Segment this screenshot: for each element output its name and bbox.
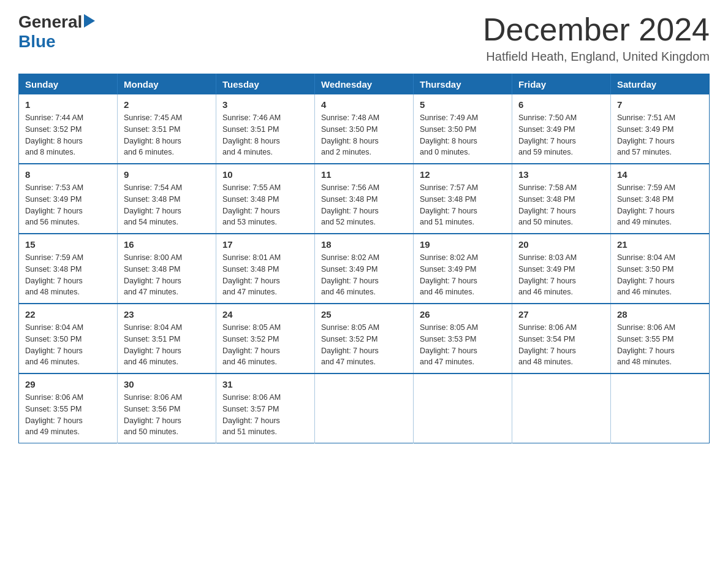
header-thursday: Thursday <box>414 74 512 95</box>
calendar-cell: 27Sunrise: 8:06 AMSunset: 3:54 PMDayligh… <box>512 304 611 373</box>
week-row-2: 8Sunrise: 7:53 AMSunset: 3:49 PMDaylight… <box>19 164 710 234</box>
day-number: 4 <box>321 99 407 110</box>
day-number: 31 <box>222 379 308 389</box>
page-header: GeneralBlue December 2024 Hatfield Heath… <box>18 12 710 64</box>
day-number: 22 <box>25 309 111 320</box>
day-info: Sunrise: 8:05 AMSunset: 3:52 PMDaylight:… <box>321 322 407 368</box>
logo-triangle-icon <box>84 14 95 30</box>
day-info: Sunrise: 7:53 AMSunset: 3:49 PMDaylight:… <box>25 182 111 228</box>
calendar-cell: 9Sunrise: 7:54 AMSunset: 3:48 PMDaylight… <box>118 164 216 234</box>
day-number: 21 <box>617 239 703 250</box>
calendar-cell: 18Sunrise: 8:02 AMSunset: 3:49 PMDayligh… <box>315 234 414 304</box>
day-number: 14 <box>617 169 703 180</box>
day-info: Sunrise: 8:05 AMSunset: 3:53 PMDaylight:… <box>420 322 506 368</box>
calendar-cell: 22Sunrise: 8:04 AMSunset: 3:50 PMDayligh… <box>19 304 118 373</box>
calendar-cell: 1Sunrise: 7:44 AMSunset: 3:52 PMDaylight… <box>19 94 118 164</box>
day-number: 24 <box>222 309 308 320</box>
calendar-cell: 7Sunrise: 7:51 AMSunset: 3:49 PMDaylight… <box>611 94 710 164</box>
week-row-3: 15Sunrise: 7:59 AMSunset: 3:48 PMDayligh… <box>19 234 710 304</box>
calendar-cell <box>512 373 611 443</box>
day-number: 18 <box>321 239 407 250</box>
day-number: 7 <box>617 99 703 110</box>
calendar-cell: 10Sunrise: 7:55 AMSunset: 3:48 PMDayligh… <box>216 164 315 234</box>
calendar-cell: 3Sunrise: 7:46 AMSunset: 3:51 PMDaylight… <box>216 94 315 164</box>
day-number: 15 <box>25 239 111 250</box>
logo-general-span: General <box>18 12 82 32</box>
calendar-cell: 31Sunrise: 8:06 AMSunset: 3:57 PMDayligh… <box>216 373 315 443</box>
day-info: Sunrise: 7:51 AMSunset: 3:49 PMDaylight:… <box>617 112 703 158</box>
day-info: Sunrise: 7:48 AMSunset: 3:50 PMDaylight:… <box>321 112 407 158</box>
day-info: Sunrise: 7:46 AMSunset: 3:51 PMDaylight:… <box>222 112 308 158</box>
day-info: Sunrise: 8:06 AMSunset: 3:56 PMDaylight:… <box>124 392 210 438</box>
header-sunday: Sunday <box>19 74 118 95</box>
calendar-cell: 14Sunrise: 7:59 AMSunset: 3:48 PMDayligh… <box>611 164 710 234</box>
day-number: 3 <box>222 99 308 110</box>
logo: GeneralBlue <box>18 12 95 52</box>
day-info: Sunrise: 7:58 AMSunset: 3:48 PMDaylight:… <box>518 182 604 228</box>
day-info: Sunrise: 8:04 AMSunset: 3:51 PMDaylight:… <box>124 322 210 368</box>
calendar-cell: 16Sunrise: 8:00 AMSunset: 3:48 PMDayligh… <box>118 234 216 304</box>
calendar-cell <box>414 373 512 443</box>
calendar-cell: 29Sunrise: 8:06 AMSunset: 3:55 PMDayligh… <box>19 373 118 443</box>
day-number: 9 <box>124 169 210 180</box>
day-info: Sunrise: 8:04 AMSunset: 3:50 PMDaylight:… <box>25 322 111 368</box>
day-number: 26 <box>420 309 506 320</box>
calendar-cell: 20Sunrise: 8:03 AMSunset: 3:49 PMDayligh… <box>512 234 611 304</box>
day-number: 5 <box>420 99 506 110</box>
day-info: Sunrise: 8:02 AMSunset: 3:49 PMDaylight:… <box>321 252 407 298</box>
day-number: 13 <box>518 169 604 180</box>
day-number: 12 <box>420 169 506 180</box>
header-tuesday: Tuesday <box>216 74 315 95</box>
day-info: Sunrise: 7:55 AMSunset: 3:48 PMDaylight:… <box>222 182 308 228</box>
day-info: Sunrise: 7:54 AMSunset: 3:48 PMDaylight:… <box>124 182 210 228</box>
day-number: 23 <box>124 309 210 320</box>
day-info: Sunrise: 8:06 AMSunset: 3:55 PMDaylight:… <box>25 392 111 438</box>
calendar-cell: 11Sunrise: 7:56 AMSunset: 3:48 PMDayligh… <box>315 164 414 234</box>
calendar-body: 1Sunrise: 7:44 AMSunset: 3:52 PMDaylight… <box>19 94 710 443</box>
calendar-cell: 6Sunrise: 7:50 AMSunset: 3:49 PMDaylight… <box>512 94 611 164</box>
day-number: 11 <box>321 169 407 180</box>
day-number: 19 <box>420 239 506 250</box>
day-number: 17 <box>222 239 308 250</box>
day-number: 2 <box>124 99 210 110</box>
day-info: Sunrise: 7:49 AMSunset: 3:50 PMDaylight:… <box>420 112 506 158</box>
header-friday: Friday <box>512 74 611 95</box>
calendar-cell: 30Sunrise: 8:06 AMSunset: 3:56 PMDayligh… <box>118 373 216 443</box>
calendar-cell: 8Sunrise: 7:53 AMSunset: 3:49 PMDaylight… <box>19 164 118 234</box>
header-saturday: Saturday <box>611 74 710 95</box>
header-wednesday: Wednesday <box>315 74 414 95</box>
day-number: 29 <box>25 379 111 389</box>
day-number: 25 <box>321 309 407 320</box>
day-info: Sunrise: 8:04 AMSunset: 3:50 PMDaylight:… <box>617 252 703 298</box>
calendar-cell: 19Sunrise: 8:02 AMSunset: 3:49 PMDayligh… <box>414 234 512 304</box>
day-info: Sunrise: 7:50 AMSunset: 3:49 PMDaylight:… <box>518 112 604 158</box>
calendar-cell: 24Sunrise: 8:05 AMSunset: 3:52 PMDayligh… <box>216 304 315 373</box>
day-number: 6 <box>518 99 604 110</box>
header-row: Sunday Monday Tuesday Wednesday Thursday… <box>19 74 710 95</box>
calendar-cell: 15Sunrise: 7:59 AMSunset: 3:48 PMDayligh… <box>19 234 118 304</box>
day-number: 8 <box>25 169 111 180</box>
day-info: Sunrise: 7:45 AMSunset: 3:51 PMDaylight:… <box>124 112 210 158</box>
calendar-cell: 26Sunrise: 8:05 AMSunset: 3:53 PMDayligh… <box>414 304 512 373</box>
day-info: Sunrise: 8:02 AMSunset: 3:49 PMDaylight:… <box>420 252 506 298</box>
day-number: 16 <box>124 239 210 250</box>
calendar-cell: 2Sunrise: 7:45 AMSunset: 3:51 PMDaylight… <box>118 94 216 164</box>
calendar-table: Sunday Monday Tuesday Wednesday Thursday… <box>18 74 710 443</box>
calendar-cell: 17Sunrise: 8:01 AMSunset: 3:48 PMDayligh… <box>216 234 315 304</box>
day-info: Sunrise: 8:05 AMSunset: 3:52 PMDaylight:… <box>222 322 308 368</box>
calendar-cell <box>315 373 414 443</box>
day-info: Sunrise: 8:03 AMSunset: 3:49 PMDaylight:… <box>518 252 604 298</box>
calendar-cell: 4Sunrise: 7:48 AMSunset: 3:50 PMDaylight… <box>315 94 414 164</box>
day-info: Sunrise: 7:44 AMSunset: 3:52 PMDaylight:… <box>25 112 111 158</box>
title-area: December 2024 Hatfield Heath, England, U… <box>483 12 710 64</box>
calendar-cell <box>611 373 710 443</box>
calendar-cell: 12Sunrise: 7:57 AMSunset: 3:48 PMDayligh… <box>414 164 512 234</box>
day-number: 1 <box>25 99 111 110</box>
day-info: Sunrise: 8:06 AMSunset: 3:54 PMDaylight:… <box>518 322 604 368</box>
header-monday: Monday <box>118 74 216 95</box>
day-info: Sunrise: 7:59 AMSunset: 3:48 PMDaylight:… <box>617 182 703 228</box>
calendar-cell: 21Sunrise: 8:04 AMSunset: 3:50 PMDayligh… <box>611 234 710 304</box>
svg-marker-0 <box>84 14 95 28</box>
day-number: 20 <box>518 239 604 250</box>
day-number: 30 <box>124 379 210 389</box>
